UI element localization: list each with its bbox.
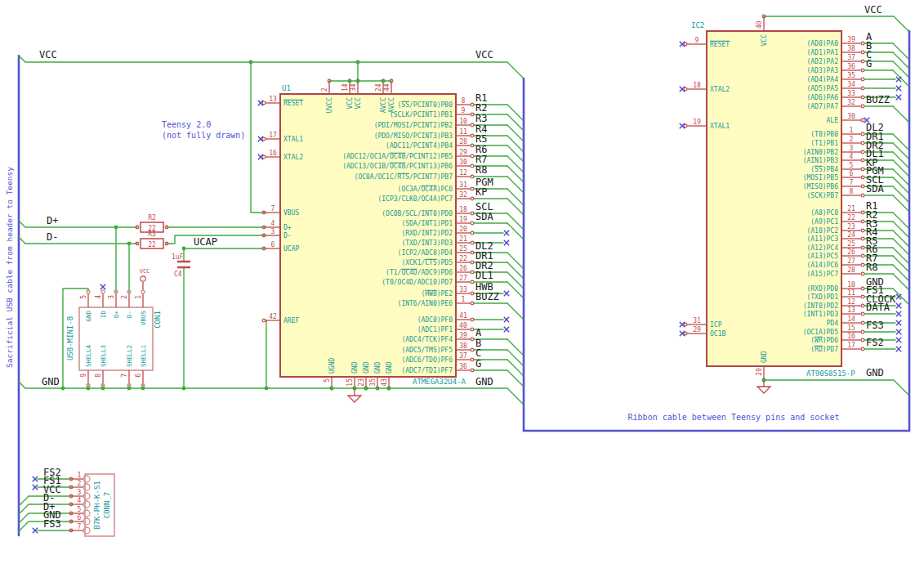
pin-number: 7 [121,374,128,378]
pin-number: 20 [756,368,763,376]
pin-name: (WR)PD6 [810,337,838,344]
note-teensy-line1: Teensy 2.0 [162,120,211,129]
net-label-gnd-u1: GND [475,376,493,387]
pin-number: 12 [459,169,467,177]
pin-name: (AD5)PA5 [806,85,838,92]
net-label-fs3: FS3 [866,320,884,331]
junction-dot [356,60,360,65]
pin-name: RESET [710,41,730,48]
pin-name: (ADC0)PF0 [417,316,453,324]
conn7-reference: CONN_7 [103,492,111,519]
pin-name: (SS)PB4 [810,166,838,173]
pin-name: XTAL2 [710,86,730,93]
pin-number: 28 [459,138,467,145]
pin-number: 44 [383,83,391,92]
pin-name: (ADC12/OC1A/OC4B/PCINT12)PB5 [342,153,453,160]
pin-number: 35 [847,72,855,79]
junction-dot [356,79,360,83]
pin-name: GND [761,351,768,363]
junction-dot [87,387,91,391]
pin-name: (MOSI)PB5 [803,174,839,181]
pin-number: 15 [346,378,354,387]
pin-number: 2 [321,87,328,92]
pin-name: (TXD)PD1 [806,293,838,301]
pin-number: 18 [693,82,701,89]
pin-number: 36 [459,363,467,370]
net-label-g: G [866,58,872,69]
pin-name: (HWB)PE2 [421,290,453,298]
pin-name: (A13)PC5 [806,253,838,260]
pin-number: 9 [462,107,466,114]
net-label-sda: SDA [866,183,884,195]
pin-name: (A8)PC0 [810,209,838,217]
pin-number: 42 [269,313,277,320]
pin-number: 22 [847,214,855,222]
pin-number: 27 [847,257,855,265]
pin-number: 18 [459,206,467,213]
pin-name: RESET [283,100,303,107]
pin-name: (AD3)PA3 [806,67,838,74]
pin-name: VCC [355,97,362,110]
pin-number: 4 [78,497,82,504]
pin-number: 7 [850,179,854,186]
pin-number: 5 [80,295,87,299]
pin-number: 20 [459,226,467,233]
pin-name: AVCC [388,97,395,113]
pin-number: 11 [459,128,467,136]
pin-name: (A12)PC4 [806,244,838,252]
net-label-g: G [475,358,481,369]
net-label-r2: R2 [475,102,487,114]
net-label-r7: R7 [475,154,487,165]
pin-name: (OC1A)PD5 [803,329,839,336]
pin-number: 8 [850,188,854,195]
pin-number: 39 [459,332,467,339]
pin-number: 26 [459,265,467,272]
pin-name: UVCC [326,97,333,113]
pin-number: 3 [108,295,115,299]
pin-number: 41 [459,312,467,320]
pin-number: 34 [350,83,357,92]
r2-reference: R2 [148,214,156,222]
pin-number: 8 [462,97,466,105]
pin-number: 4 [271,220,275,227]
net-label-fs3: FS3 [43,518,61,530]
pin-name: AREF [283,317,299,325]
net-label-buzz: BUZZ [475,291,499,302]
pin-name: D+ [113,311,120,319]
junction-dot [265,387,269,391]
net-label-a: A [475,327,482,338]
pin-name: (ADC5/TMS)PF5 [401,347,453,354]
pin-name: (INT6/AIN0)PE6 [398,300,453,307]
pin-number: 6 [850,170,854,177]
net-label-r8: R8 [866,262,877,273]
con1-value: USB-MINI-B [66,316,74,360]
pin-name: (ADC13/OC1B/OC4B/PCINT13)PB6 [342,163,453,170]
pin-name: SHELL4 [85,344,92,367]
r3-reference: R3 [148,231,156,238]
pin-number: 1 [850,127,854,134]
pin-name: (SS/PCINT0)PB0 [398,101,453,109]
pin-name: (ICP2/ADC8)PD4 [398,249,453,257]
pin-number: 10 [847,281,855,289]
pin-name: (AD7)PA7 [806,103,838,110]
pin-number: 31 [459,181,467,189]
pin-number: 6 [78,514,82,521]
pin-number: 24 [375,83,382,92]
pin-number: 2 [121,295,128,299]
pin-name: VCC [761,34,768,47]
c4-value: 1uF [172,253,184,261]
pin-number: 32 [847,99,855,106]
pin-name: (T1/OC4D/ADC9)PD6 [386,269,453,276]
pin-number: 1 [78,472,82,479]
pin-number: 17 [269,132,277,139]
pin-name: (AD4)PA4 [806,76,838,83]
pin-number: 40 [756,20,763,29]
pin-name: (A11)PC3 [806,235,838,243]
pin-number: 10 [459,118,467,125]
junction-dot [127,242,132,246]
pin-name: (A14)PC6 [806,262,838,269]
u1-reference: U1 [282,84,291,92]
pin-number: 21 [459,235,467,243]
pin-number: 14 [341,83,349,92]
pin-name: SHELL1 [140,345,147,367]
